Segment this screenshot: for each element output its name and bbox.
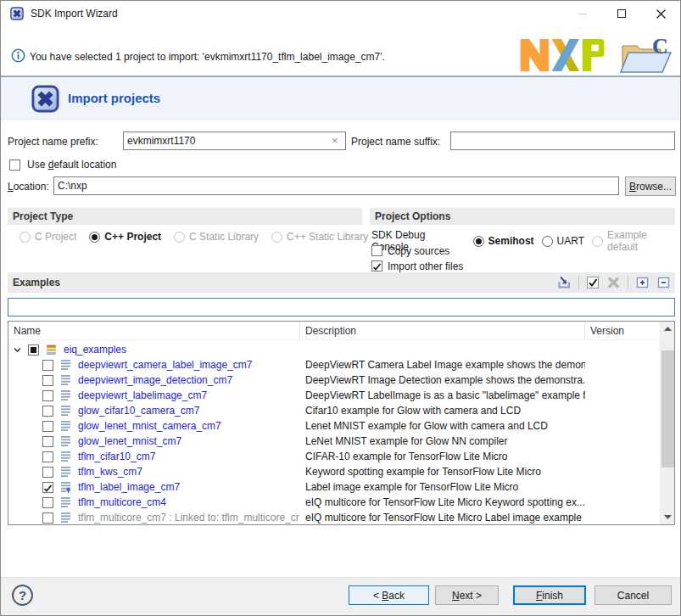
examples-table: Name Description Version eiq_examplesdee… bbox=[8, 321, 675, 525]
collapse-all-icon[interactable] bbox=[656, 276, 671, 289]
close-icon bbox=[656, 9, 666, 19]
row-checkbox[interactable] bbox=[42, 406, 53, 417]
table-row[interactable]: glow_lenet_mnist_cm7LeNet MNIST example … bbox=[8, 434, 660, 449]
use-default-location-checkbox[interactable]: Use default location bbox=[9, 159, 116, 171]
radio-label: C++ Static Library bbox=[287, 231, 368, 243]
maximize-icon bbox=[617, 9, 626, 18]
project-type-header: Project Type bbox=[8, 208, 362, 225]
project-options-header: Project Options bbox=[370, 208, 675, 225]
checkbox-copy-sources[interactable]: Copy sources bbox=[371, 244, 463, 257]
wizard-x-icon bbox=[31, 85, 59, 113]
checkbox-box bbox=[371, 260, 382, 272]
example-description: Keyword spotting example for TensorFlow … bbox=[300, 466, 585, 478]
example-name[interactable]: tflm_label_image_cm7 bbox=[78, 481, 180, 493]
example-icon bbox=[60, 405, 71, 417]
row-checkbox[interactable] bbox=[42, 497, 53, 508]
column-header-description[interactable]: Description bbox=[300, 322, 585, 339]
radio-semihost[interactable]: Semihost bbox=[473, 235, 534, 247]
examples-filter-input[interactable] bbox=[8, 298, 675, 316]
table-row[interactable]: deepviewrt_image_detection_cm7DeepViewRT… bbox=[8, 372, 660, 388]
example-description: Label image example for TensorFlow Lite … bbox=[300, 481, 585, 493]
radio-uart[interactable]: UART bbox=[542, 235, 584, 247]
table-row[interactable]: glow_lenet_mnist_camera_cm7Lenet MNIST e… bbox=[8, 418, 660, 434]
clear-prefix-icon[interactable]: × bbox=[332, 135, 338, 146]
browse-button[interactable]: Browse... bbox=[625, 176, 676, 196]
table-row[interactable]: deepviewrt_labelimage_cm7DeepViewRT Labe… bbox=[8, 388, 660, 403]
table-row[interactable]: tflm_cifar10_cm7CIFAR-10 example for Ten… bbox=[8, 449, 660, 464]
scroll-down-icon[interactable] bbox=[661, 510, 674, 524]
checkbox-box bbox=[9, 160, 20, 171]
example-icon bbox=[60, 466, 71, 478]
example-name[interactable]: eiq_examples bbox=[64, 344, 126, 356]
table-row[interactable]: glow_cifar10_camera_cm7Cifar10 example f… bbox=[8, 403, 660, 418]
expand-all-icon[interactable] bbox=[635, 276, 650, 289]
row-checkbox[interactable] bbox=[42, 512, 53, 524]
finish-button[interactable]: Finish bbox=[513, 585, 586, 605]
window-title: SDK Import Wizard bbox=[31, 8, 118, 20]
table-row[interactable]: tflm_label_image_cm7Label image example … bbox=[8, 479, 660, 495]
row-checkbox[interactable] bbox=[42, 375, 53, 386]
table-row[interactable]: eiq_examples bbox=[8, 342, 660, 357]
maximize-button[interactable] bbox=[602, 1, 641, 26]
radio-icon bbox=[473, 236, 484, 247]
row-checkbox[interactable] bbox=[42, 467, 53, 478]
import-selection-icon[interactable] bbox=[556, 276, 572, 289]
row-checkbox[interactable] bbox=[42, 421, 53, 432]
column-header-name[interactable]: Name bbox=[8, 322, 300, 339]
table-row[interactable]: tflm_multicore_cm7 : Linked to: tflm_mul… bbox=[8, 510, 660, 524]
column-header-version[interactable]: Version bbox=[585, 322, 660, 339]
example-description: DeepViewRT Camera Label Image example sh… bbox=[300, 359, 585, 371]
radio-icon bbox=[174, 232, 185, 243]
suffix-input[interactable] bbox=[450, 132, 675, 150]
example-name[interactable]: tflm_cifar10_cm7 bbox=[78, 451, 155, 462]
row-checkbox[interactable] bbox=[42, 436, 53, 447]
next-button[interactable]: Next > bbox=[435, 585, 499, 605]
checkbox-import-other-files[interactable]: Import other files bbox=[371, 260, 463, 272]
project-options-checkboxes: Copy sourcesImport other files bbox=[371, 244, 463, 272]
checkbox-label: Import other files bbox=[388, 260, 463, 272]
category-icon bbox=[46, 344, 57, 356]
radio-icon bbox=[20, 232, 31, 243]
example-icon bbox=[60, 451, 71, 462]
sdk-import-wizard-dialog: SDK Import Wizard You have selected 1 pr… bbox=[0, 0, 681, 616]
examples-header: Examples bbox=[8, 272, 675, 293]
example-name[interactable]: deepviewrt_image_detection_cm7 bbox=[78, 374, 232, 386]
vertical-scrollbar[interactable] bbox=[660, 322, 674, 524]
example-name[interactable]: glow_lenet_mnist_cm7 bbox=[78, 435, 181, 447]
example-name[interactable]: deepviewrt_camera_label_image_cm7 bbox=[78, 359, 252, 371]
row-checkbox[interactable] bbox=[42, 451, 53, 462]
toolbar-separator bbox=[628, 276, 628, 289]
radio-label: C Project bbox=[35, 231, 76, 243]
table-row[interactable]: deepviewrt_camera_label_image_cm7DeepVie… bbox=[8, 357, 660, 372]
example-name[interactable]: glow_lenet_mnist_camera_cm7 bbox=[78, 420, 221, 432]
radio-c-project[interactable]: C++ Project bbox=[89, 231, 161, 243]
example-name[interactable]: glow_cifar10_camera_cm7 bbox=[78, 405, 199, 417]
row-checkbox[interactable] bbox=[42, 482, 53, 493]
table-row[interactable]: tflm_kws_cm7Keyword spotting example for… bbox=[8, 464, 660, 479]
example-icon bbox=[60, 359, 71, 371]
row-checkbox[interactable] bbox=[42, 390, 53, 401]
location-input[interactable] bbox=[53, 176, 619, 195]
table-row[interactable]: tflm_multicore_cm4eIQ multicore for Tens… bbox=[8, 495, 660, 510]
scrollbar-thumb[interactable] bbox=[661, 350, 674, 468]
example-name[interactable]: tflm_multicore_cm4 bbox=[78, 496, 166, 508]
checkbox-label: Copy sources bbox=[388, 245, 449, 257]
radio-c-static-library: C++ Static Library bbox=[271, 231, 368, 243]
examples-title: Examples bbox=[8, 277, 60, 288]
check-all-icon[interactable] bbox=[586, 276, 600, 289]
table-body: eiq_examplesdeepviewrt_camera_label_imag… bbox=[8, 342, 660, 524]
row-checkbox[interactable] bbox=[28, 344, 39, 356]
scroll-up-icon[interactable] bbox=[661, 322, 674, 336]
example-name[interactable]: tflm_multicore_cm7 : Linked to: tflm_mul… bbox=[78, 512, 299, 524]
example-name[interactable]: tflm_kws_cm7 bbox=[78, 466, 142, 478]
row-checkbox[interactable] bbox=[42, 360, 53, 371]
prefix-input[interactable] bbox=[123, 132, 346, 150]
chevron-down-icon[interactable] bbox=[13, 345, 22, 355]
help-button[interactable]: ? bbox=[12, 585, 33, 606]
minimize-button[interactable] bbox=[563, 1, 602, 26]
close-button[interactable] bbox=[641, 1, 680, 26]
info-message: You have selected 1 project to import: '… bbox=[30, 51, 385, 63]
cancel-button[interactable]: Cancel bbox=[594, 585, 672, 605]
example-name[interactable]: deepviewrt_labelimage_cm7 bbox=[78, 389, 207, 401]
back-button[interactable]: < Back bbox=[349, 585, 429, 605]
